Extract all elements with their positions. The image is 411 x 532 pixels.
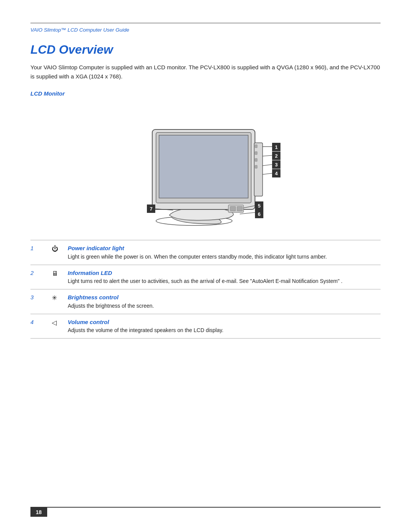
svg-text:4: 4 [275,171,278,176]
footer-page-number: 18 [30,508,47,517]
svg-text:7: 7 [150,206,152,212]
feature-icon-1: ⏻ [49,240,63,265]
feature-number-4: 4 [30,314,49,339]
svg-line-15 [263,173,272,174]
svg-rect-5 [254,143,263,196]
svg-text:2: 2 [275,153,277,159]
feature-desc-3: Adjusts the brightness of the screen. [68,302,376,310]
svg-line-12 [263,165,272,166]
feature-detail-1: Power indicator light Light is green whi… [63,240,381,265]
feature-detail-2: Information LED Light turns red to alert… [63,265,381,289]
feature-name-3: Brightness control [68,293,376,302]
page-wrapper: VAIO Slimtop™ LCD Computer User Guide LC… [0,0,411,532]
svg-line-9 [263,155,272,156]
svg-text:3: 3 [275,162,277,168]
section-heading: LCD Monitor [0,89,411,103]
svg-rect-27 [255,145,257,148]
feature-icon-4: ◁ [49,314,63,339]
feature-row-1: 1 ⏻ Power indicator light Light is green… [30,240,381,265]
feature-row-4: 4 ◁ Volume control Adjusts the volume of… [30,314,381,339]
svg-rect-32 [230,206,236,211]
page-title: LCD Overview [0,36,411,63]
diagram-container: 1 2 3 4 5 [114,107,297,228]
feature-desc-4: Adjusts the volume of the integrated spe… [68,326,376,334]
svg-rect-30 [255,165,257,168]
feature-desc-2: Light turns red to alert the user to act… [68,277,376,285]
svg-rect-29 [255,158,257,161]
svg-rect-28 [255,152,257,155]
feature-name-4: Volume control [68,318,376,327]
feature-icon-3: ✳ [49,289,63,314]
feature-detail-3: Brightness control Adjusts the brightnes… [63,289,381,314]
feature-name-2: Information LED [68,269,376,278]
feature-desc-1: Light is green while the power is on. Wh… [68,253,376,261]
monitor-svg: 1 2 3 4 5 [114,107,297,228]
svg-rect-33 [237,206,242,211]
feature-detail-4: Volume control Adjusts the volume of the… [63,314,381,339]
feature-row-2: 2 🖥 Information LED Light turns red to a… [30,265,381,289]
feature-name-1: Power indicator light [68,244,376,253]
footer-rule [30,507,381,508]
top-spacer [0,0,411,23]
svg-text:6: 6 [258,211,260,217]
svg-rect-4 [159,135,248,198]
svg-text:5: 5 [258,203,260,209]
intro-text: Your VAIO Slimtop Computer is supplied w… [0,63,411,89]
header-subtitle: VAIO Slimtop™ LCD Computer User Guide [0,23,411,36]
monitor-diagram: 1 2 3 4 5 [0,103,411,240]
svg-line-21 [240,212,255,214]
features-table: 1 ⏻ Power indicator light Light is green… [30,240,381,339]
svg-text:1: 1 [275,144,277,150]
feature-row-3: 3 ✳ Brightness control Adjusts the brigh… [30,289,381,314]
feature-number-1: 1 [30,240,49,265]
feature-number-2: 2 [30,265,49,289]
footer-area: 18 [0,507,411,517]
feature-number-3: 3 [30,289,49,314]
feature-icon-2: 🖥 [49,265,63,289]
